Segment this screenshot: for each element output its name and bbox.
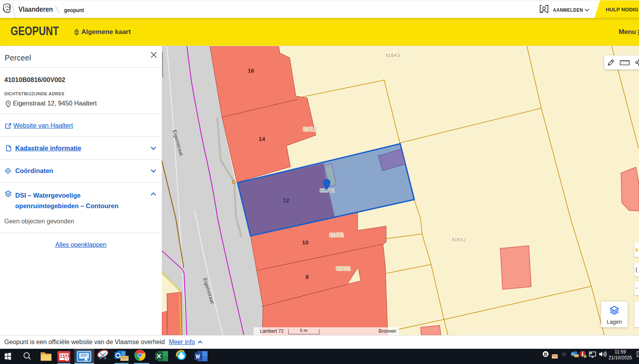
svg-text:816T2: 816T2 — [329, 232, 343, 238]
svg-text:8: 8 — [306, 273, 309, 280]
svg-text:816X2: 816X2 — [452, 237, 466, 243]
svg-text:14: 14 — [259, 136, 265, 142]
svg-text:21/10/2025: 21/10/2025 — [609, 355, 632, 360]
svg-text:16: 16 — [248, 67, 254, 74]
svg-text:Lambert 72: Lambert 72 — [260, 328, 284, 334]
svg-text:816S2: 816S2 — [336, 266, 350, 271]
svg-text:Bronnen: Bronnen — [379, 328, 396, 334]
svg-text:11:59: 11:59 — [614, 349, 626, 355]
svg-text:5 m: 5 m — [300, 328, 307, 333]
svg-text:816L2: 816L2 — [303, 127, 317, 132]
svg-text:12: 12 — [283, 197, 290, 203]
svg-text:10: 10 — [302, 239, 309, 246]
svg-text:B: B — [544, 352, 547, 357]
svg-text:816A3: 816A3 — [386, 53, 400, 58]
